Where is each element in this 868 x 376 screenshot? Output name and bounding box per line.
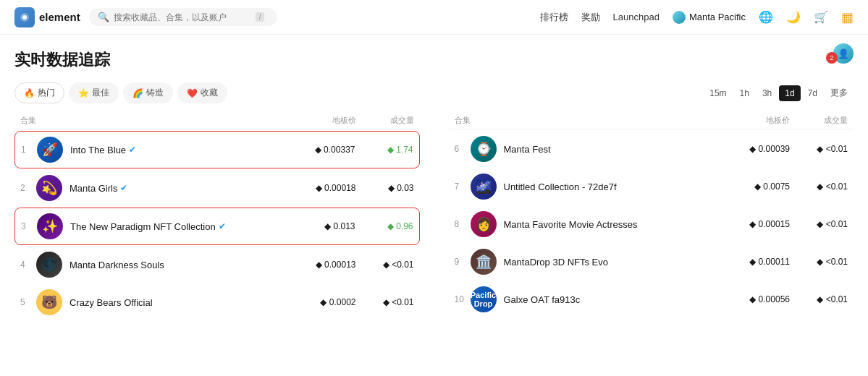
left-row-3[interactable]: 3 ✨ The New Paradigm NFT Collection ✔ ◆ …: [14, 208, 420, 245]
tab-fav-label: 收藏: [201, 87, 218, 99]
floor-6: ◆ 0.00039: [703, 144, 790, 154]
rank-7: 7: [455, 181, 471, 192]
avatar-1: 🚀: [37, 137, 63, 163]
nav-ranking[interactable]: 排行榜: [540, 11, 568, 24]
nav-reward[interactable]: 奖励: [581, 11, 600, 24]
rank-10: 10: [455, 294, 471, 304]
avatar-6: ⌚: [471, 136, 497, 162]
volume-10: ◆ <0.01: [790, 294, 848, 304]
rank-9: 9: [455, 257, 471, 267]
volume-6: ◆ <0.01: [790, 144, 848, 154]
left-col-collection: 合集: [20, 115, 269, 126]
tab-best[interactable]: ⭐ 最佳: [69, 82, 119, 103]
avatar-2: 💫: [36, 175, 62, 201]
left-row-5[interactable]: 5 🐻 Crazy Bears Official ◆ 0.0002 ◆ <0.0…: [14, 284, 420, 320]
volume-7: ◆ <0.01: [790, 181, 848, 192]
time-btn-15m[interactable]: 15m: [704, 85, 732, 101]
tables-container: 合集 地板价 成交量 1 🚀 Into The Blue ✔ ◆ 0.00337…: [14, 112, 854, 322]
tab-mint-label: 铸造: [146, 87, 164, 99]
right-table-header: 合集 地板价 成交量: [449, 112, 854, 129]
nav-manta-label: Manta Pacific: [689, 12, 746, 22]
right-table: 合集 地板价 成交量 6 ⌚ Manta Fest ◆ 0.00039 ◆ <0…: [449, 112, 854, 322]
name-1: Into The Blue ✔: [70, 145, 269, 155]
left-table-header: 合集 地板价 成交量: [14, 112, 420, 129]
name-10: Galxe OAT fa913c: [504, 294, 704, 305]
logo[interactable]: element: [14, 7, 80, 27]
floor-2: ◆ 0.00018: [269, 183, 356, 193]
time-btn-7d[interactable]: 7d: [802, 85, 823, 101]
avatar-10: PacificDrop: [471, 286, 497, 312]
left-row-2[interactable]: 2 💫 Manta Girls ✔ ◆ 0.00018 ◆ 0.03: [14, 170, 420, 206]
left-row-4[interactable]: 4 🌑 Manta Darkness Souls ◆ 0.00013 ◆ <0.…: [14, 247, 420, 283]
tabs-row: 🔥 热门 ⭐ 最佳 🌈 铸造 ❤️ 收藏 15m 1h 3h 1d 7d 更多: [14, 82, 854, 103]
header-left: element 🔍 /: [14, 7, 277, 27]
avatar-8: 👩: [471, 211, 497, 237]
floor-3: ◆ 0.013: [269, 221, 355, 231]
globe-icon[interactable]: 🌐: [759, 10, 773, 24]
rank-3: 3: [21, 221, 37, 231]
tab-hot[interactable]: 🔥 热门: [14, 82, 64, 103]
more-button[interactable]: 更多: [825, 84, 854, 102]
right-col-floor: 地板价: [703, 115, 790, 126]
name-4: Manta Darkness Souls: [69, 260, 269, 270]
rank-6: 6: [455, 144, 471, 154]
nav-launchpad[interactable]: Launchpad: [613, 12, 660, 22]
nav-manta[interactable]: Manta Pacific: [673, 11, 746, 24]
floor-1: ◆ 0.00337: [269, 145, 355, 155]
time-btn-1d[interactable]: 1d: [779, 85, 800, 101]
notification-badge: 2: [826, 52, 838, 64]
verified-icon-2: ✔: [120, 183, 127, 193]
right-col-collection: 合集: [455, 115, 704, 126]
avatar-3: ✨: [37, 213, 63, 239]
logo-icon: [14, 7, 35, 27]
avatar-7: 🌌: [471, 174, 497, 200]
main-content: 👤 2 实时数据追踪 🔥 热门 ⭐ 最佳 🌈 铸造 ❤️ 收藏: [0, 35, 868, 329]
name-6: Manta Fest: [504, 144, 704, 155]
volume-1: ◆ 1.74: [355, 145, 413, 155]
name-5: Crazy Bears Official: [69, 297, 269, 308]
rank-8: 8: [455, 219, 471, 229]
avatar-5: 🐻: [36, 289, 62, 315]
logo-text: element: [39, 11, 80, 23]
avatar-4: 🌑: [36, 252, 62, 278]
volume-5: ◆ <0.01: [356, 297, 414, 307]
right-row-8[interactable]: 8 👩 Manta Favorite Movie Actresses ◆ 0.0…: [449, 206, 854, 242]
name-8: Manta Favorite Movie Actresses: [504, 219, 704, 230]
time-btn-1h[interactable]: 1h: [734, 85, 755, 101]
right-row-7[interactable]: 7 🌌 Untitled Collection - 72de7f ◆ 0.007…: [449, 168, 854, 205]
header: element 🔍 / 排行榜 奖励 Launchpad Manta Pacif…: [0, 0, 868, 35]
left-col-floor: 地板价: [269, 115, 356, 126]
floor-8: ◆ 0.00015: [703, 219, 790, 229]
volume-3: ◆ 0.96: [355, 221, 413, 231]
avatar-9: 🏛️: [471, 249, 497, 275]
page-title: 实时数据追踪: [14, 49, 854, 71]
left-table: 合集 地板价 成交量 1 🚀 Into The Blue ✔ ◆ 0.00337…: [14, 112, 420, 322]
search-input[interactable]: [114, 12, 251, 22]
volume-2: ◆ 0.03: [356, 183, 414, 193]
left-row-1[interactable]: 1 🚀 Into The Blue ✔ ◆ 0.00337 ◆ 1.74: [14, 131, 420, 168]
user-icon-area[interactable]: 👤 2: [833, 43, 854, 64]
tab-fav-icon: ❤️: [187, 88, 198, 98]
name-2: Manta Girls ✔: [69, 183, 269, 194]
header-right: 排行榜 奖励 Launchpad Manta Pacific 🌐 🌙 🛒 ▦: [540, 9, 854, 25]
rank-4: 4: [20, 260, 36, 270]
tab-mint[interactable]: 🌈 铸造: [123, 82, 173, 103]
verified-icon-3: ✔: [219, 221, 226, 231]
search-bar[interactable]: 🔍 /: [89, 8, 277, 26]
tab-fav[interactable]: ❤️ 收藏: [177, 82, 227, 103]
tab-hot-label: 热门: [38, 87, 55, 99]
name-7: Untitled Collection - 72de7f: [504, 181, 704, 192]
moon-icon[interactable]: 🌙: [786, 10, 801, 24]
volume-9: ◆ <0.01: [790, 257, 848, 267]
right-col-volume: 成交量: [790, 115, 848, 126]
cart-icon[interactable]: 🛒: [814, 10, 828, 24]
rank-5: 5: [20, 297, 36, 307]
floor-4: ◆ 0.00013: [269, 260, 356, 270]
right-row-10[interactable]: 10 PacificDrop Galxe OAT fa913c ◆ 0.0005…: [449, 281, 854, 317]
wallet-icon[interactable]: ▦: [841, 9, 854, 25]
right-row-6[interactable]: 6 ⌚ Manta Fest ◆ 0.00039 ◆ <0.01: [449, 131, 854, 167]
right-row-9[interactable]: 9 🏛️ MantaDrop 3D NFTs Evo ◆ 0.00011 ◆ <…: [449, 244, 854, 280]
search-icon: 🔍: [98, 12, 109, 22]
volume-4: ◆ <0.01: [356, 260, 414, 270]
time-btn-3h[interactable]: 3h: [757, 85, 778, 101]
